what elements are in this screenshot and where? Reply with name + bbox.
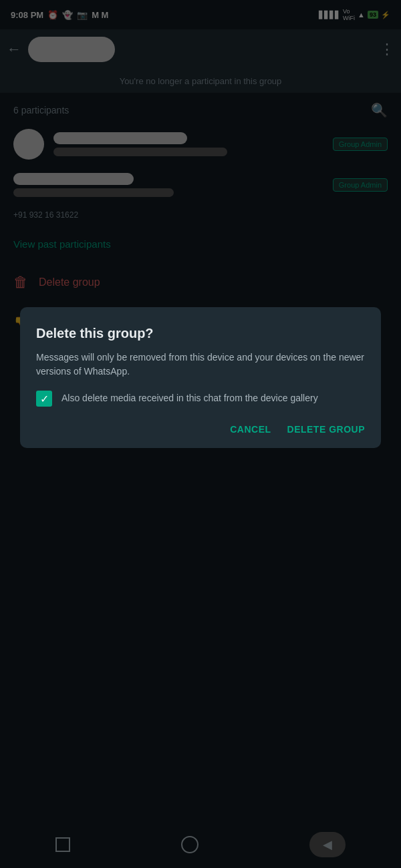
dialog-buttons: CANCEL DELETE GROUP (36, 424, 365, 435)
delete-dialog: Delete this group? Messages will only be… (20, 307, 381, 448)
cancel-button[interactable]: CANCEL (230, 424, 271, 435)
dialog-title: Delete this group? (36, 326, 365, 341)
dialog-checkbox-row: ✓ Also delete media received in this cha… (36, 391, 365, 407)
delete-group-button[interactable]: DELETE GROUP (287, 424, 365, 435)
delete-media-checkbox[interactable]: ✓ (36, 391, 52, 407)
dialog-message: Messages will only be removed from this … (36, 351, 365, 379)
checkmark-icon: ✓ (40, 393, 49, 405)
checkbox-label: Also delete media received in this chat … (61, 392, 318, 405)
